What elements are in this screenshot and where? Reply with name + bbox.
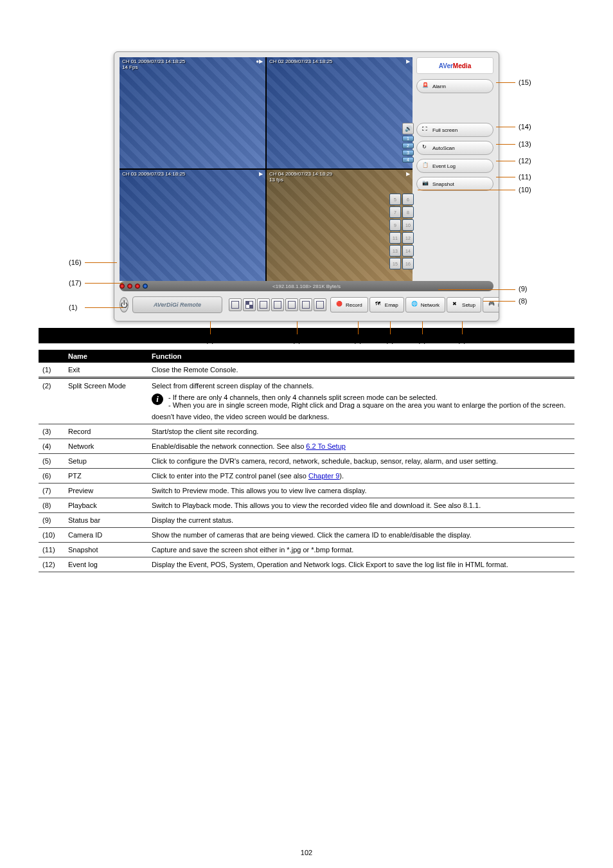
emap-label: Emap xyxy=(385,302,398,308)
split-9-button[interactable] xyxy=(257,298,270,311)
camera-id-10[interactable]: 10 xyxy=(402,219,414,231)
exit-button[interactable]: ⏻ xyxy=(120,297,129,312)
emap-button[interactable]: 🗺 Emap xyxy=(369,297,404,312)
network-icon: 🌐 xyxy=(411,301,419,309)
rec-dot-icon xyxy=(120,284,125,289)
rec-dot-icon xyxy=(127,284,132,289)
row-desc: Switch to Playback mode. This allows you… xyxy=(148,498,574,513)
row-name: Preview xyxy=(64,484,148,498)
callout-line xyxy=(85,307,123,308)
play-indicator-icon: ▶ xyxy=(406,171,410,177)
link-chapter9[interactable]: Chapter 9 xyxy=(308,472,339,480)
camera-id-11[interactable]: 11 xyxy=(389,232,401,244)
camera-id-12[interactable]: 12 xyxy=(402,232,414,244)
th-name: Name xyxy=(64,350,148,363)
callout-14: (14) xyxy=(519,123,531,131)
row-desc: Show the number of cameras that are bein… xyxy=(148,528,574,543)
record-icon: 🔴 xyxy=(336,301,344,309)
ptz-button[interactable]: 🎮 PTZ xyxy=(483,297,499,312)
eventlog-label: Event Log xyxy=(432,163,456,169)
status-bar: <192.168.1.108> 281K Byte/s xyxy=(120,281,493,291)
camera-id-6[interactable]: 6 xyxy=(402,194,414,205)
row-desc: Click to configure the DVR's camera, rec… xyxy=(148,454,574,469)
record-button[interactable]: 🔴 Record xyxy=(330,297,368,312)
callout-11: (11) xyxy=(519,173,531,181)
callout-line xyxy=(210,321,211,334)
split-1-icon xyxy=(231,301,239,309)
annotated-screenshot-figure: CH 01 2009/07/23 14:18:25 14 Fps ●▶ CH 0… xyxy=(98,51,515,321)
fullscreen-icon: ⛶ xyxy=(422,126,430,134)
camera-id-13[interactable]: 13 xyxy=(389,245,401,257)
row-desc: Display the Event, POS, System, Operatio… xyxy=(148,557,574,572)
th-blank xyxy=(39,350,64,363)
split-4-icon xyxy=(245,301,253,309)
row-name: Camera ID xyxy=(64,528,148,543)
link-setup[interactable]: 6.2 To Setup xyxy=(306,442,346,450)
camera-id-14[interactable]: 14 xyxy=(402,245,414,257)
callout-line xyxy=(438,289,515,290)
split-32-button[interactable] xyxy=(314,298,326,311)
setup-button[interactable]: ✖ Setup xyxy=(447,297,481,312)
speaker-icon[interactable]: 🔊 xyxy=(402,123,414,134)
split-32-icon xyxy=(316,301,324,309)
network-button[interactable]: 🌐 Network xyxy=(405,297,445,312)
snapshot-button[interactable]: 📷 Snapshot xyxy=(416,177,493,191)
table-row-8: (8) Playback Switch to Playback mode. Th… xyxy=(39,498,574,513)
camera-id-16[interactable]: 16 xyxy=(402,258,414,269)
callout-3: (3) xyxy=(292,336,301,344)
table-row-3: (3) Record Start/stop the client site re… xyxy=(39,424,574,439)
row-num: (3) xyxy=(39,424,64,439)
split-4-button[interactable] xyxy=(243,298,256,311)
eventlog-button[interactable]: 📋 Event Log xyxy=(416,159,493,173)
row-num: (1) xyxy=(39,363,64,378)
callout-line xyxy=(483,301,515,302)
callout-4: (4) xyxy=(353,336,362,344)
table-row-11: (11) Snapshot Capture and save the scree… xyxy=(39,543,574,557)
play-indicator-icon: ▶ xyxy=(406,59,410,64)
fullscreen-button[interactable]: ⛶ Full screen xyxy=(416,123,493,137)
table-row-9: (9) Status bar Display the current statu… xyxy=(39,513,574,528)
callout-8: (8) xyxy=(519,297,527,305)
th-function: Function xyxy=(148,350,574,363)
channel-dim-grid: 5 6 7 8 9 10 11 12 13 14 15 16 xyxy=(389,194,414,269)
callout-line xyxy=(297,321,298,334)
autoscan-button[interactable]: ↻ AutoScan xyxy=(416,141,493,155)
table-row-6: (6) PTZ Click to enter into the PTZ cont… xyxy=(39,469,574,484)
row-num: (11) xyxy=(39,543,64,557)
camera-id-9[interactable]: 9 xyxy=(389,219,401,231)
split-1-button[interactable] xyxy=(229,298,242,311)
row-num: (10) xyxy=(39,528,64,543)
row-name: Network xyxy=(64,439,148,454)
camera-id-7[interactable]: 7 xyxy=(389,206,401,218)
emap-icon: 🗺 xyxy=(375,301,383,309)
camera-id-4[interactable]: 4 xyxy=(402,157,414,163)
camera-id-2[interactable]: 2 xyxy=(402,143,414,149)
split-16-button[interactable] xyxy=(271,298,284,311)
camera-id-8[interactable]: 8 xyxy=(402,206,414,218)
callout-line xyxy=(462,321,463,334)
alarm-button[interactable]: 🚨 Alarm xyxy=(416,79,493,93)
row-desc: Enable/disable the network connection. S… xyxy=(148,439,574,454)
split-13-button[interactable] xyxy=(299,298,312,311)
play-indicator-icon: ▶ xyxy=(259,171,263,177)
callout-12: (12) xyxy=(519,157,531,165)
video-cell-ch3: CH 03 2009/07/23 14:18:25 ▶ xyxy=(120,170,265,281)
alarm-icon: 🚨 xyxy=(422,82,430,90)
callout-line xyxy=(418,190,515,190)
ch4-overlay: CH 04 2009/07/23 14:18:29 13 fps xyxy=(269,171,332,183)
split-8-button[interactable] xyxy=(285,298,298,311)
callout-line xyxy=(390,321,391,334)
camera-id-1[interactable]: 1 xyxy=(402,136,414,141)
record-label: Record xyxy=(346,302,362,308)
camera-id-5[interactable]: 5 xyxy=(389,194,401,205)
callout-line xyxy=(422,321,423,334)
setup-label: Setup xyxy=(462,302,475,308)
audio-dot-icon xyxy=(143,284,148,289)
page-number: 102 xyxy=(0,849,613,856)
callout-16: (16) xyxy=(69,258,82,266)
camera-id-3[interactable]: 3 xyxy=(402,150,414,156)
camera-id-15[interactable]: 15 xyxy=(389,258,401,269)
callout-9: (9) xyxy=(519,285,527,293)
callout-6: (6) xyxy=(418,336,426,344)
row-num: (2) xyxy=(39,378,64,424)
